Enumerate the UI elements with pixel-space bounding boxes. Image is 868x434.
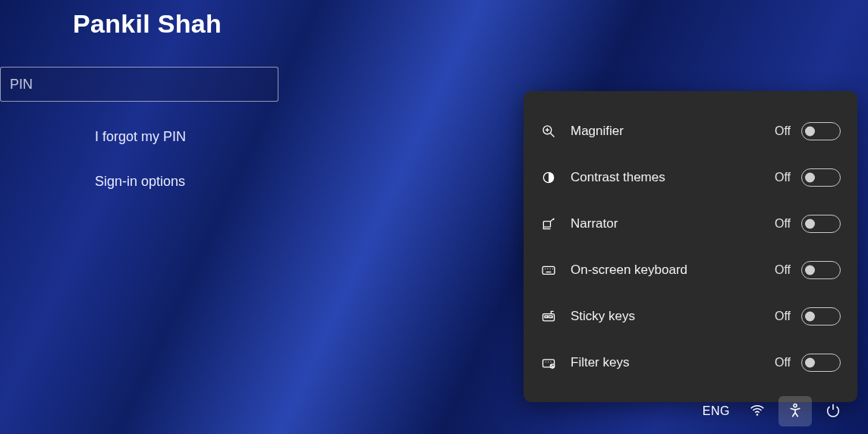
a11y-label: Contrast themes [571, 170, 775, 185]
contrast-icon [540, 169, 557, 186]
a11y-label: Narrator [571, 216, 775, 231]
pin-input[interactable] [0, 67, 278, 102]
a11y-state: Off [775, 263, 791, 277]
svg-rect-5 [543, 221, 550, 227]
accessibility-flyout: Magnifier Off Contrast themes Off Narrat… [524, 91, 857, 402]
user-name: Pankil Shah [73, 9, 222, 39]
a11y-row-narrator[interactable]: Narrator Off [540, 200, 841, 247]
network-button[interactable] [741, 396, 774, 426]
power-icon [825, 402, 841, 421]
magnifier-toggle[interactable] [801, 122, 841, 140]
contrast-toggle[interactable] [801, 168, 841, 187]
a11y-state: Off [775, 310, 791, 323]
a11y-label: Sticky keys [571, 309, 775, 324]
a11y-row-contrast[interactable]: Contrast themes Off [540, 154, 841, 200]
a11y-state: Off [775, 171, 791, 184]
a11y-row-magnifier[interactable]: Magnifier Off [540, 108, 841, 154]
a11y-state: Off [775, 217, 791, 231]
accessibility-button[interactable] [778, 396, 812, 426]
a11y-label: Filter keys [571, 355, 775, 370]
sign-in-options-link[interactable]: Sign-in options [95, 174, 185, 190]
narrator-icon [540, 215, 557, 232]
svg-point-22 [794, 404, 797, 407]
a11y-state: Off [775, 356, 791, 370]
a11y-state: Off [775, 124, 791, 138]
accessibility-icon [787, 402, 804, 421]
sticky-keys-icon [540, 308, 557, 325]
osk-toggle[interactable] [801, 261, 841, 279]
svg-rect-14 [549, 316, 552, 318]
a11y-row-sticky[interactable]: Sticky keys Off [540, 293, 841, 339]
system-tray: ENG [697, 396, 850, 426]
narrator-toggle[interactable] [801, 215, 841, 233]
a11y-row-filter[interactable]: Filter keys Off [540, 339, 841, 385]
sticky-toggle[interactable] [801, 307, 841, 326]
power-button[interactable] [816, 396, 850, 426]
svg-line-1 [551, 133, 555, 137]
filter-keys-icon [540, 354, 557, 371]
language-button[interactable]: ENG [697, 396, 736, 426]
svg-point-21 [756, 414, 759, 416]
wifi-icon [749, 402, 766, 421]
keyboard-icon [540, 262, 557, 278]
svg-rect-13 [545, 316, 547, 318]
a11y-label: Magnifier [571, 124, 775, 139]
a11y-row-osk[interactable]: On-screen keyboard Off [540, 247, 841, 293]
forgot-pin-link[interactable]: I forgot my PIN [95, 129, 186, 145]
a11y-label: On-screen keyboard [571, 263, 775, 278]
filter-toggle[interactable] [801, 354, 841, 372]
magnifier-icon [540, 123, 557, 140]
svg-rect-6 [542, 266, 555, 274]
